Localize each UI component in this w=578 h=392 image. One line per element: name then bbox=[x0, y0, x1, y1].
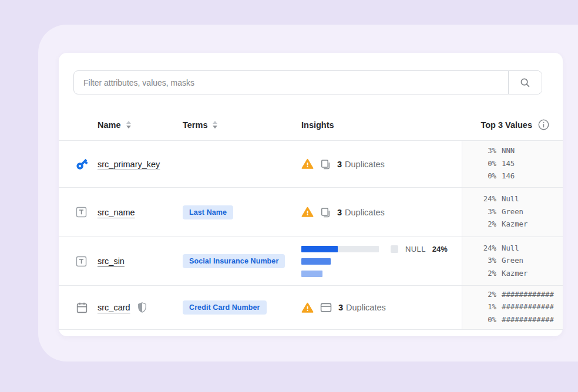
search-icon bbox=[519, 76, 532, 89]
top-value-percent: 0% bbox=[475, 314, 496, 327]
term-chip[interactable]: Social Insurance Number bbox=[183, 254, 285, 268]
top-value-line: 1%############ bbox=[475, 301, 563, 314]
top-value-line: 3%Green bbox=[475, 206, 563, 219]
top-value-text: ############ bbox=[502, 301, 554, 314]
table-row: src_nameLast Name3Duplicates24%Null3%Gre… bbox=[59, 188, 563, 237]
insights-cell: 3Duplicates bbox=[301, 286, 462, 329]
top-value-text: 145 bbox=[502, 158, 515, 171]
terms-cell: Credit Card Number bbox=[183, 286, 301, 329]
key-icon bbox=[75, 157, 89, 171]
attributes-table: NameTermsInsightsTop 3 Values src_primar… bbox=[59, 109, 563, 330]
null-legend-swatch bbox=[391, 245, 398, 253]
terms-cell: Last Name bbox=[183, 188, 301, 236]
top-value-line: 2%############ bbox=[475, 289, 563, 302]
top-values-cell: 2%############1%############0%##########… bbox=[462, 286, 563, 329]
sort-down-arrow bbox=[213, 126, 217, 129]
top-value-percent: 0% bbox=[475, 158, 496, 171]
top-value-percent: 3% bbox=[475, 255, 496, 268]
top-value-line: 3%NNN bbox=[475, 145, 563, 158]
duplicates-count: 3 bbox=[337, 208, 342, 217]
filter-input[interactable] bbox=[74, 71, 508, 94]
sort-icon[interactable] bbox=[126, 121, 131, 129]
top-value-text: ############ bbox=[502, 314, 554, 327]
top-value-line: 24%Null bbox=[475, 193, 563, 206]
top-value-percent: 24% bbox=[475, 242, 496, 255]
term-chip[interactable]: Credit Card Number bbox=[183, 300, 267, 315]
insights-cell: NULL24% bbox=[301, 237, 462, 285]
sort-icon[interactable] bbox=[213, 121, 217, 129]
content-card: NameTermsInsightsTop 3 Values src_primar… bbox=[59, 53, 563, 336]
insights-cell: 3Duplicates bbox=[301, 188, 462, 236]
duplicates-label: Duplicates bbox=[345, 160, 385, 169]
table-header: NameTermsInsightsTop 3 Values bbox=[59, 109, 563, 141]
bar-row: NULL24% bbox=[301, 246, 462, 252]
attribute-link[interactable]: src_sin bbox=[98, 256, 125, 266]
duplicates-label: Duplicates bbox=[345, 208, 385, 217]
top-value-line: 0%############ bbox=[475, 314, 563, 327]
top-value-percent: 2% bbox=[475, 268, 496, 281]
top-values-cell: 3%NNN0%1450%146 bbox=[462, 141, 563, 187]
bar-fill bbox=[301, 271, 322, 277]
term-chip[interactable]: Last Name bbox=[183, 205, 233, 219]
top-value-percent: 3% bbox=[475, 145, 496, 158]
bar-row bbox=[301, 258, 462, 265]
table-body: src_primary_key3Duplicates3%NNN0%1450%14… bbox=[59, 141, 563, 330]
duplicates-text: 3Duplicates bbox=[337, 208, 385, 217]
sort-down-arrow bbox=[126, 126, 131, 129]
top-value-text: Green bbox=[502, 206, 523, 219]
warning-icon bbox=[301, 158, 314, 170]
search-button[interactable] bbox=[508, 71, 542, 94]
sort-up-arrow bbox=[126, 121, 131, 124]
top-values-cell: 24%Null3%Green2%Kazmer bbox=[462, 237, 563, 285]
top-value-text: Kazmer bbox=[502, 218, 527, 231]
attribute-type-cell bbox=[59, 237, 98, 285]
credit-card-icon bbox=[320, 301, 332, 314]
top-value-percent: 2% bbox=[475, 218, 496, 231]
value-distribution-chart: NULL24% bbox=[301, 246, 462, 277]
top-value-text: ############ bbox=[502, 289, 554, 302]
copy-icon bbox=[320, 207, 331, 218]
top-value-line: 2%Kazmer bbox=[475, 268, 563, 281]
column-label: Insights bbox=[301, 120, 334, 130]
duplicates-text: 3Duplicates bbox=[337, 160, 385, 169]
duplicates-text: 3Duplicates bbox=[338, 303, 386, 312]
sort-up-arrow bbox=[213, 121, 217, 124]
column-header-terms: Terms bbox=[183, 109, 301, 140]
attribute-link[interactable]: src_primary_key bbox=[98, 160, 160, 169]
terms-cell bbox=[183, 141, 301, 187]
top-value-text: Null bbox=[502, 193, 519, 206]
top-value-percent: 2% bbox=[475, 289, 496, 302]
top-value-text: 146 bbox=[502, 170, 515, 183]
table-row: src_cardCredit Card Number3Duplicates2%#… bbox=[59, 286, 563, 330]
top-value-line: 3%Green bbox=[475, 255, 563, 268]
duplicates-label: Duplicates bbox=[346, 303, 386, 312]
attribute-name-cell: src_primary_key bbox=[98, 141, 183, 187]
column-label: Name bbox=[98, 120, 121, 130]
attribute-name-cell: src_name bbox=[98, 188, 183, 236]
top-value-text: Null bbox=[502, 242, 519, 255]
header-spacer bbox=[59, 109, 98, 140]
null-legend-label: NULL bbox=[405, 245, 426, 254]
top-value-text: NNN bbox=[502, 145, 515, 158]
null-legend-percent: 24% bbox=[432, 245, 448, 254]
attribute-type-cell bbox=[59, 286, 98, 329]
bar-row bbox=[301, 271, 462, 277]
filter-bar bbox=[73, 70, 542, 94]
bar-track bbox=[301, 246, 379, 252]
insights-cell: 3Duplicates bbox=[301, 141, 462, 187]
column-label: Top 3 Values bbox=[480, 120, 532, 130]
info-icon[interactable] bbox=[537, 119, 550, 131]
attribute-name-cell: src_sin bbox=[98, 237, 183, 285]
warning-icon bbox=[301, 206, 314, 218]
top-value-line: 0%145 bbox=[475, 158, 563, 171]
attribute-type-cell bbox=[59, 188, 98, 236]
attribute-link[interactable]: src_name bbox=[98, 208, 135, 217]
table-row: src_primary_key3Duplicates3%NNN0%1450%14… bbox=[59, 141, 563, 188]
column-header-top-3-values: Top 3 Values bbox=[462, 109, 563, 140]
warning-icon bbox=[301, 302, 314, 314]
text-type-icon bbox=[75, 206, 88, 218]
top-value-line: 0%146 bbox=[475, 170, 563, 183]
top-value-percent: 3% bbox=[475, 206, 496, 219]
top-value-text: Kazmer bbox=[502, 268, 527, 281]
attribute-link[interactable]: src_card bbox=[98, 303, 130, 312]
